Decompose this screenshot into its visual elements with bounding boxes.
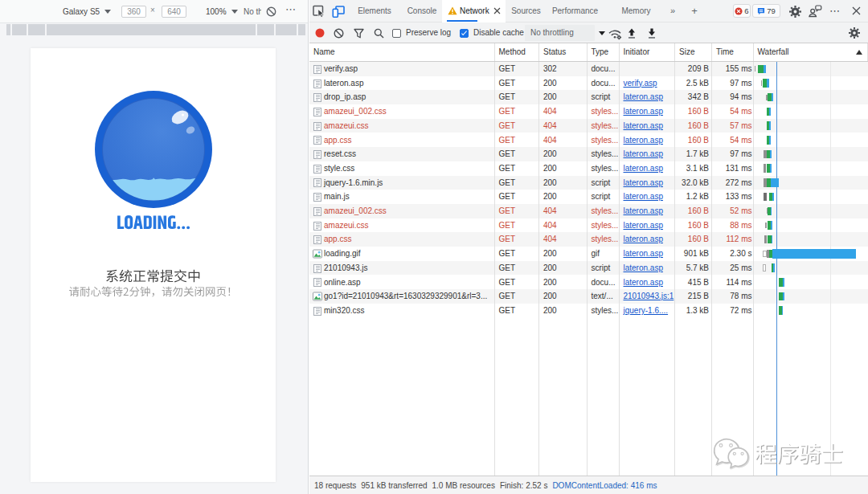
initiator-link[interactable]: verify.asp — [624, 79, 657, 88]
document-file-icon — [313, 79, 322, 88]
more-options-icon[interactable]: ⋯ — [829, 0, 841, 22]
tab-performance[interactable]: Performance — [547, 0, 604, 22]
table-row[interactable]: amazeui.cssGET404styles...lateron.asp160… — [309, 218, 868, 233]
more-tabs-icon[interactable]: » — [666, 0, 679, 22]
column-header-initiator[interactable]: Initiator — [620, 43, 676, 61]
tab-close-icon[interactable] — [493, 7, 501, 14]
table-row[interactable]: style.cssGET200styles...lateron.asp3.1 k… — [309, 161, 868, 176]
clear-icon[interactable] — [334, 28, 344, 39]
tab-network[interactable]: Network — [442, 0, 506, 22]
table-row[interactable]: main.jsGET200scriptlateron.asp1.2 kB133 … — [309, 190, 868, 204]
waterfall-bar-blue — [772, 193, 774, 202]
cell-type: text/... — [588, 289, 620, 304]
inspect-element-icon[interactable] — [313, 5, 326, 18]
cell-type: docu... — [588, 76, 620, 91]
table-row[interactable]: amazeui.cssGET404styles...lateron.asp160… — [309, 119, 868, 133]
import-har-icon[interactable] — [626, 28, 637, 39]
tab-memory[interactable]: Memory — [615, 0, 657, 22]
cell-size: 209 B — [675, 62, 712, 76]
settings-gear-icon[interactable] — [789, 6, 801, 18]
issues-count-badge[interactable]: 79 — [752, 4, 780, 18]
tab-console[interactable]: Console — [403, 0, 441, 22]
media-query-tick — [10, 24, 12, 35]
initiator-link[interactable]: lateron.asp — [624, 278, 663, 287]
initiator-link[interactable]: lateron.asp — [624, 121, 663, 130]
search-icon[interactable] — [374, 28, 384, 39]
device-width-input[interactable]: 360 — [121, 6, 146, 18]
initiator-link[interactable]: lateron.asp — [624, 107, 663, 116]
summary-domcontentloaded[interactable]: DOMContentLoaded: 416 ms — [552, 481, 657, 490]
initiator-link[interactable]: lateron.asp — [624, 164, 663, 173]
initiator-link[interactable]: jquery-1.6.... — [624, 306, 669, 315]
select-arrow-icon[interactable] — [599, 31, 605, 35]
device-toolbar-icon[interactable] — [332, 5, 345, 18]
table-row[interactable]: online.aspGET200docu...lateron.asp415 B1… — [309, 276, 868, 290]
disable-cache-checkbox[interactable] — [460, 29, 469, 38]
initiator-link[interactable]: lateron.asp — [624, 136, 663, 145]
initiator-link[interactable]: lateron.asp — [624, 178, 663, 187]
tab-sources[interactable]: Sources — [506, 0, 547, 22]
cell-time: 114 ms — [712, 276, 754, 290]
column-header-size[interactable]: Size — [675, 43, 712, 61]
cell-name: app.css — [309, 232, 495, 247]
zoom-select[interactable]: 100% — [206, 7, 238, 16]
initiator-link[interactable]: lateron.asp — [624, 221, 663, 230]
table-row[interactable]: reset.cssGET200styles...lateron.asp1.7 k… — [309, 147, 868, 161]
device-throttling-select[interactable]: No throttling — [244, 7, 261, 16]
column-header-waterfall[interactable]: Waterfall — [754, 43, 868, 61]
filter-icon[interactable] — [354, 28, 364, 39]
table-row[interactable]: 21010943.jsGET200scriptlateron.asp5.7 kB… — [309, 261, 868, 276]
table-row[interactable]: jquery-1.6.min.jsGET200scriptlateron.asp… — [309, 176, 868, 190]
cell-size: 160 B — [675, 133, 712, 148]
media-query-bar[interactable] — [6, 24, 305, 35]
table-row[interactable]: drop_ip.aspGET200scriptlateron.asp342 B9… — [309, 90, 868, 104]
column-header-method[interactable]: Method — [495, 43, 540, 61]
preserve-log-checkbox[interactable] — [392, 29, 401, 38]
table-row[interactable]: go1?id=21010943&rt=1630329329901&rl=3...… — [309, 289, 868, 304]
initiator-link[interactable]: lateron.asp — [624, 235, 663, 243]
export-har-icon[interactable] — [646, 28, 657, 39]
initiator-link[interactable]: lateron.asp — [624, 263, 663, 272]
device-height-input[interactable]: 640 — [162, 6, 186, 18]
table-row[interactable]: app.cssGET404styles...lateron.asp160 B11… — [309, 232, 868, 247]
add-tab-icon[interactable]: + — [688, 0, 701, 22]
table-row[interactable]: amazeui_002.cssGET404styles...lateron.as… — [309, 104, 868, 119]
initiator-link[interactable]: lateron.asp — [624, 149, 663, 158]
record-icon[interactable] — [315, 28, 325, 38]
waterfall-bar-bigblue — [771, 178, 779, 188]
cell-size: 1.2 kB — [675, 190, 712, 204]
network-settings-gear-icon[interactable] — [849, 27, 860, 39]
error-count-badge[interactable]: 6 — [733, 4, 751, 18]
cell-time: 57 ms — [712, 119, 754, 133]
table-row[interactable]: amazeui_002.cssGET404styles...lateron.as… — [309, 204, 868, 218]
issues-icon — [757, 7, 765, 15]
document-file-icon — [313, 263, 322, 273]
column-header-status[interactable]: Status — [539, 43, 588, 61]
network-conditions-icon[interactable] — [608, 28, 622, 40]
close-devtools-icon[interactable] — [852, 6, 861, 15]
initiator-link[interactable]: lateron.asp — [624, 249, 663, 258]
more-menu-icon[interactable]: ⋯ — [285, 3, 297, 15]
cell-name: amazeui.css — [309, 218, 495, 233]
cell-method: GET — [495, 232, 540, 247]
initiator-link[interactable]: lateron.asp — [624, 192, 663, 201]
cell-initiator: verify.asp — [620, 76, 676, 91]
cell-waterfall — [754, 247, 868, 261]
block-icon[interactable] — [266, 6, 276, 17]
table-row[interactable]: verify.aspGET302docu...209 B155 ms — [309, 62, 868, 76]
column-header-time[interactable]: Time — [712, 43, 754, 61]
column-header-type[interactable]: Type — [588, 43, 620, 61]
initiator-link[interactable]: lateron.asp — [624, 206, 663, 215]
tab-elements[interactable]: Elements — [355, 0, 394, 22]
initiator-link[interactable]: 21010943.js:1 — [624, 292, 674, 300]
table-row[interactable]: lateron.aspGET200docu...verify.asp2.5 kB… — [309, 76, 868, 91]
table-row[interactable]: loading.gifGET200giflateron.asp901 kB2.3… — [309, 247, 868, 261]
column-header-name[interactable]: Name — [309, 43, 495, 61]
feedback-person-icon[interactable] — [809, 5, 822, 18]
table-row[interactable]: min320.cssGET200styles...jquery-1.6....1… — [309, 304, 868, 318]
table-row[interactable]: app.cssGET404styles...lateron.asp160 B54… — [309, 133, 868, 148]
waterfall-bar-blue — [764, 65, 766, 74]
device-select[interactable]: Galaxy S5 — [63, 7, 111, 16]
throttling-select[interactable]: No throttling — [525, 25, 595, 41]
initiator-link[interactable]: lateron.asp — [624, 92, 663, 101]
